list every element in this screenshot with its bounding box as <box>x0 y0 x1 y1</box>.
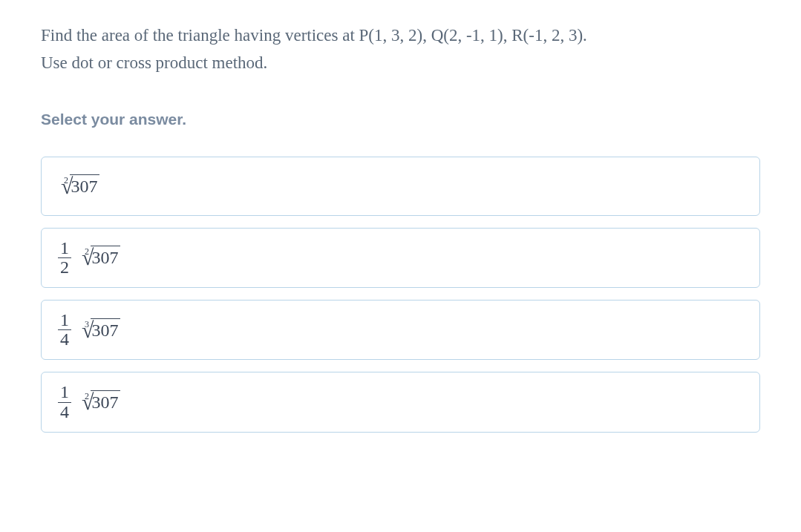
question-text: Find the area of the triangle having ver… <box>41 22 760 77</box>
root-expression: 3 √ 307 <box>79 319 120 341</box>
fraction-denominator: 2 <box>58 258 71 277</box>
fraction-denominator: 4 <box>58 330 71 349</box>
root-expression: 2 √ 307 <box>79 391 120 413</box>
fraction-numerator: 1 <box>58 311 71 330</box>
option-3-math: 1 4 3 √ 307 <box>58 311 120 349</box>
answer-option-4[interactable]: 1 4 2 √ 307 <box>41 372 760 432</box>
option-4-math: 1 4 2 √ 307 <box>58 383 120 421</box>
root-expression: 2 √ 307 <box>58 175 99 197</box>
radicand: 307 <box>91 318 120 341</box>
fraction-numerator: 1 <box>58 239 71 258</box>
radicand: 307 <box>70 174 99 197</box>
answer-option-3[interactable]: 1 4 3 √ 307 <box>41 300 760 360</box>
radicand: 307 <box>91 246 120 268</box>
instruction-label: Select your answer. <box>41 111 760 128</box>
answer-option-2[interactable]: 1 2 2 √ 307 <box>41 228 760 288</box>
fraction-numerator: 1 <box>58 383 71 402</box>
radicand: 307 <box>91 390 120 413</box>
answer-options: 2 √ 307 1 2 2 √ 307 1 4 3 <box>41 157 760 433</box>
root-index: 2 <box>64 175 68 186</box>
option-2-math: 1 2 2 √ 307 <box>58 239 120 277</box>
fraction: 1 4 <box>58 383 71 421</box>
option-1-math: 2 √ 307 <box>58 175 99 197</box>
answer-option-1[interactable]: 2 √ 307 <box>41 157 760 216</box>
fraction: 1 2 <box>58 239 71 277</box>
root-index: 3 <box>85 319 89 330</box>
fraction-denominator: 4 <box>58 403 71 421</box>
question-line-2: Use dot or cross product method. <box>41 53 267 72</box>
root-index: 2 <box>85 246 89 257</box>
question-line-1: Find the area of the triangle having ver… <box>41 26 587 45</box>
root-index: 2 <box>85 391 89 402</box>
root-expression: 2 √ 307 <box>79 246 120 269</box>
fraction: 1 4 <box>58 311 71 349</box>
